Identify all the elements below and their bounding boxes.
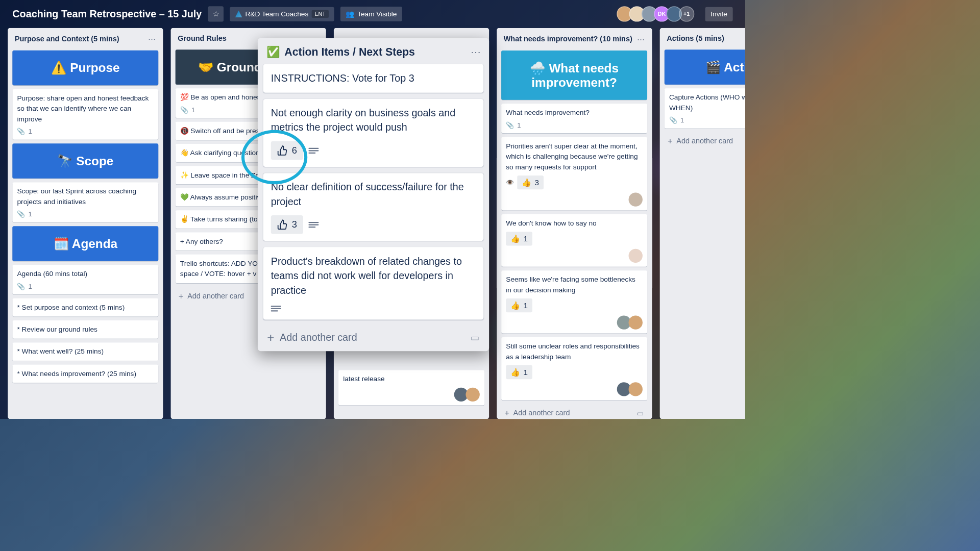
list-popup-action-items: ✅ Action Items / Next Steps ⋯ INSTRUCTIO… xyxy=(258,38,489,351)
add-card-button[interactable]: +Add another card xyxy=(665,132,745,150)
list-needs-improvement: What needs improvement? (10 mins) ⋯ 🌧️ W… xyxy=(497,28,652,419)
invite-button[interactable]: Invite xyxy=(705,7,733,21)
avatar[interactable] xyxy=(629,192,643,206)
card-cover[interactable]: 🎬 Actions xyxy=(665,49,745,84)
attachment-icon: 📎 xyxy=(17,210,25,218)
list-menu-button[interactable]: ⋯ xyxy=(638,34,645,43)
list-title[interactable]: Actions (5 mins) xyxy=(667,34,724,43)
popup-title[interactable]: ✅ Action Items / Next Steps xyxy=(266,46,415,59)
description-icon xyxy=(309,221,319,229)
vote-count[interactable]: 6 xyxy=(271,141,303,160)
card[interactable]: Still some unclear roles and responsibil… xyxy=(501,337,647,400)
description-icon xyxy=(271,305,281,313)
template-icon[interactable]: ▭ xyxy=(471,332,479,343)
card[interactable]: INSTRUCTIONS: Vote for Top 3 xyxy=(263,64,484,92)
card[interactable]: Not enough clarity on business goals and… xyxy=(263,99,484,167)
workspace-name: R&D Team Coaches xyxy=(246,10,309,18)
plus-icon: + xyxy=(668,136,673,146)
attachment-icon: 📎 xyxy=(669,116,677,124)
star-board-button[interactable]: ☆ xyxy=(208,6,224,21)
attachment-icon: 📎 xyxy=(180,106,188,114)
attachment-icon: 📎 xyxy=(17,128,25,136)
popup-menu-button[interactable]: ⋯ xyxy=(471,46,481,58)
card[interactable]: No clear definition of success/failure f… xyxy=(263,173,484,241)
card-cover[interactable]: 🗓️ Agenda xyxy=(12,226,158,261)
avatar[interactable] xyxy=(629,382,643,396)
list-purpose-context: Purpose and Context (5 mins) ⋯ ⚠️ Purpos… xyxy=(8,28,163,419)
avatar[interactable] xyxy=(465,388,479,402)
vote-count[interactable]: 3 xyxy=(271,215,303,234)
card[interactable]: Product's breakdown of related changes t… xyxy=(263,247,484,319)
card[interactable]: Priorities aren't super clear at the mom… xyxy=(501,137,647,210)
workspace-button[interactable]: R&D Team Coaches ENT xyxy=(230,7,334,21)
list-actions: Actions (5 mins) 🎬 Actions Capture Actio… xyxy=(660,28,745,419)
card-cover[interactable]: 🌧️ What needs improvement? xyxy=(501,51,647,100)
card[interactable]: Seems like we're facing some bottlenecks… xyxy=(501,270,647,333)
card[interactable]: * What needs improvement? (25 mins) xyxy=(12,365,158,383)
card[interactable]: Scope: our last Sprint across coaching p… xyxy=(12,182,158,222)
description-icon xyxy=(309,146,319,155)
card[interactable]: * What went well? (25 mins) xyxy=(12,342,158,361)
card[interactable]: Agenda (60 mins total) 📎1 xyxy=(12,265,158,294)
extra-members-count[interactable]: +1 xyxy=(679,6,694,21)
visibility-button[interactable]: 👥 Team Visible xyxy=(340,7,402,21)
watch-icon: 👁️ xyxy=(506,178,514,186)
vote-count[interactable]: 👍 3 xyxy=(518,176,544,189)
card[interactable]: * Set purpose and context (5 mins) xyxy=(12,298,158,317)
board-header: Coaching Team Retrospective – 15 July ☆ … xyxy=(0,0,745,28)
plus-icon: + xyxy=(505,408,510,418)
trello-logo-icon xyxy=(235,11,242,18)
plus-icon: + xyxy=(179,291,184,301)
card[interactable]: Purpose: share open and honest feedback … xyxy=(12,89,158,140)
board-title[interactable]: Coaching Team Retrospective – 15 July xyxy=(12,8,202,20)
card[interactable]: What needs improvement? 📎1 xyxy=(501,104,647,133)
card[interactable]: We don't know how to say no 👍 1 xyxy=(501,214,647,267)
thumbs-up-icon xyxy=(277,219,288,230)
plus-icon: + xyxy=(267,330,274,344)
vote-count[interactable]: 👍 1 xyxy=(506,232,533,245)
list-title[interactable]: What needs improvement? (10 mins) xyxy=(504,35,632,43)
add-card-button[interactable]: +Add another card ▭ xyxy=(501,404,647,419)
attachment-icon: 📎 xyxy=(17,283,25,291)
list-title[interactable]: Purpose and Context (5 mins) xyxy=(15,35,119,43)
avatar[interactable] xyxy=(629,248,643,262)
board-members: DK +1 xyxy=(620,6,694,21)
avatar[interactable] xyxy=(629,315,643,329)
vote-count[interactable]: 👍 1 xyxy=(506,298,533,312)
workspace-tier-badge: ENT xyxy=(311,10,328,18)
template-icon[interactable]: ▭ xyxy=(638,408,645,417)
card[interactable]: Capture Actions (WHO will do WHAT by WHE… xyxy=(665,88,745,128)
list-title[interactable]: Ground Rules xyxy=(178,34,227,43)
vote-count[interactable]: 👍 1 xyxy=(506,365,533,379)
card[interactable]: * Review our ground rules xyxy=(12,320,158,339)
thumbs-up-icon xyxy=(277,145,288,156)
attachment-icon: 📎 xyxy=(506,121,514,129)
add-card-button[interactable]: + Add another card xyxy=(267,330,357,344)
card-cover[interactable]: 🔭 Scope xyxy=(12,143,158,178)
people-icon: 👥 xyxy=(346,10,354,18)
card[interactable]: latest release xyxy=(338,370,484,405)
list-menu-button[interactable]: ⋯ xyxy=(148,34,156,43)
card-cover[interactable]: ⚠️ Purpose xyxy=(12,51,158,85)
